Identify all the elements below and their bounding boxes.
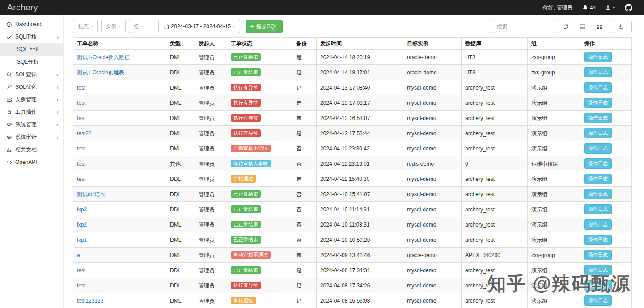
chevron-left-icon: ‹ — [57, 121, 59, 128]
workflow-link[interactable]: test22 — [77, 130, 92, 137]
instance-filter-dropdown[interactable]: 实例 ▾ — [101, 20, 126, 33]
cell-time: 2024-04-13 17:08:17 — [317, 95, 403, 111]
sidebar-item-sql-online[interactable]: SQL上线 — [0, 43, 63, 56]
operation-log-button[interactable]: 操作日志 — [584, 52, 612, 62]
worklist-table: 工单名称类型发起人工单状态备份发起时间目标实例数据库组操作 测试1-Oracle… — [73, 37, 632, 308]
cell-backup: 否 — [292, 217, 317, 232]
column-header-4[interactable]: 备份 — [292, 38, 317, 50]
cell-status: 执行有异常 — [227, 126, 292, 141]
workflow-link[interactable]: test — [77, 115, 85, 121]
operation-log-button[interactable]: 操作日志 — [584, 189, 612, 199]
sidebar-item-openapi[interactable]: OpenAPI — [0, 156, 63, 168]
sidebar-item-sql-analyze[interactable]: SQL分析 — [0, 56, 63, 68]
operation-log-button[interactable]: 操作日志 — [584, 128, 612, 138]
table-row: testDML管理员自动审核不通过否2024-04-11 23:30:42mys… — [73, 141, 632, 156]
card-view-toggle-button[interactable] — [576, 20, 589, 33]
column-header-7[interactable]: 数据库 — [462, 38, 528, 50]
toolbar-filters: 状态 ▾ 实例 ▾ 组 ▾ 2024-03-17 - 2024-04-15 — [73, 20, 283, 33]
search-input[interactable] — [493, 20, 555, 33]
cell-user: 管理员 — [195, 80, 227, 95]
operation-log-button[interactable]: 操作日志 — [584, 204, 612, 214]
workflow-link[interactable]: test — [77, 85, 85, 91]
cell-name: 测试1-Oracle创建表 — [73, 65, 166, 80]
column-header-5[interactable]: 发起时间 — [317, 38, 403, 50]
workflow-link[interactable]: test — [77, 176, 85, 182]
workflow-link[interactable]: test — [77, 282, 85, 289]
column-header-2[interactable]: 发起人 — [195, 38, 227, 50]
column-header-0[interactable]: 工单名称 — [73, 38, 166, 50]
workflow-link[interactable]: test — [77, 161, 85, 167]
sidebar-item-dashboard[interactable]: Dashboard — [0, 18, 63, 30]
cell-action: 操作日志 — [580, 217, 632, 232]
workflow-link[interactable]: test — [77, 100, 85, 106]
column-header-8[interactable]: 组 — [528, 38, 580, 50]
cell-name: lxp3 — [73, 202, 166, 217]
cell-user: 管理员 — [195, 217, 227, 232]
workflow-link[interactable]: 测试1-Oracle创建表 — [77, 69, 124, 76]
workflow-link[interactable]: lxp3 — [77, 206, 87, 213]
refresh-button[interactable] — [559, 20, 572, 33]
sidebar-item-system-manage[interactable]: 系统管理 ‹ — [0, 118, 63, 131]
operation-log-button[interactable]: 操作日志 — [584, 265, 612, 275]
operation-log-button[interactable]: 操作日志 — [584, 174, 612, 184]
export-dropdown-button[interactable]: ▾ — [614, 20, 632, 33]
operation-log-button[interactable]: 操作日志 — [584, 219, 612, 230]
column-header-6[interactable]: 目标实例 — [403, 38, 462, 50]
cell-backup: 是 — [292, 171, 317, 187]
app-brand[interactable]: Archery — [7, 3, 38, 13]
sidebar-item-system-audit[interactable]: 系统审计 ‹ — [0, 131, 63, 143]
operation-log-button[interactable]: 操作日志 — [584, 113, 612, 123]
sidebar-item-label: SQL优化 — [15, 83, 57, 91]
cell-instance: mysql-demo — [403, 263, 462, 278]
operation-log-button[interactable]: 操作日志 — [584, 98, 612, 108]
operation-log-button[interactable]: 操作日志 — [584, 82, 612, 93]
workflow-link[interactable]: test123123 — [77, 298, 103, 304]
cell-user: 管理员 — [195, 171, 227, 187]
status-badge: 已正常结束 — [231, 266, 261, 274]
cell-action: 操作日志 — [580, 141, 632, 156]
sidebar-item-docs[interactable]: 相关文档 — [0, 143, 63, 156]
status-filter-dropdown[interactable]: 状态 ▾ — [73, 20, 98, 33]
workflow-link[interactable]: test — [77, 267, 85, 274]
operation-log-button[interactable]: 操作日志 — [584, 158, 612, 169]
workflow-link[interactable]: lxp1 — [77, 237, 87, 243]
user-menu-button[interactable]: ▾ — [605, 5, 615, 11]
cell-name: lxp1 — [73, 232, 166, 248]
operation-log-button[interactable]: 操作日志 — [584, 295, 612, 306]
sidebar-item-tools-plugins[interactable]: 工具插件 ‹ — [0, 106, 63, 118]
date-range-picker[interactable]: 2024-03-17 - 2024-04-15 ▾ — [158, 20, 240, 33]
group-filter-dropdown[interactable]: 组 ▾ — [129, 20, 148, 33]
status-badge: 执行有异常 — [231, 84, 261, 92]
column-header-9[interactable]: 操作 — [580, 38, 632, 50]
workflow-link[interactable]: 测试1-Oracle插入数据 — [77, 54, 130, 60]
notification-count: 49 — [590, 5, 595, 10]
operation-log-button[interactable]: 操作日志 — [584, 250, 612, 260]
columns-dropdown-button[interactable]: ▾ — [593, 20, 611, 33]
cell-status: 自动审核不通过 — [227, 141, 292, 156]
cell-user: 管理员 — [195, 232, 227, 248]
cell-name: test — [73, 171, 166, 187]
notifications-button[interactable]: 49 — [582, 5, 595, 11]
column-header-1[interactable]: 类型 — [166, 38, 195, 50]
workflow-link[interactable]: a — [77, 252, 80, 258]
workflow-link[interactable]: lxp2 — [77, 222, 87, 228]
sidebar-item-sql-query[interactable]: SQL查询 ‹ — [0, 68, 63, 81]
operation-log-button[interactable]: 操作日志 — [584, 280, 612, 291]
chevron-left-icon: ‹ — [57, 34, 59, 40]
operation-log-button[interactable]: 操作日志 — [584, 143, 612, 154]
sidebar-item-sql-audit[interactable]: SQL审核 ‹ — [0, 30, 63, 43]
workflow-link[interactable]: 测试ddl语句 — [77, 191, 106, 197]
operation-log-button[interactable]: 操作日志 — [584, 235, 612, 245]
submit-sql-button[interactable]: + 提交SQL — [246, 20, 283, 33]
github-link[interactable] — [625, 4, 632, 12]
sidebar-item-instance-manage[interactable]: 实例管理 ‹ — [0, 93, 63, 106]
table-row: lxp2DML管理员已正常结束否2024-04-10 11:08:31mysql… — [73, 217, 632, 232]
chevron-down-icon: ▾ — [613, 5, 615, 10]
archery-app: Archery 你好, 管理员 49 ▾ — [0, 0, 644, 308]
main-content: 状态 ▾ 实例 ▾ 组 ▾ 2024-03-17 - 2024-04-15 — [64, 15, 644, 308]
cell-backup: 否 — [292, 187, 317, 202]
operation-log-button[interactable]: 操作日志 — [584, 67, 612, 77]
sidebar-item-sql-optimize[interactable]: SQL优化 ‹ — [0, 81, 63, 93]
column-header-3[interactable]: 工单状态 — [227, 38, 292, 50]
workflow-link[interactable]: test — [77, 145, 85, 152]
